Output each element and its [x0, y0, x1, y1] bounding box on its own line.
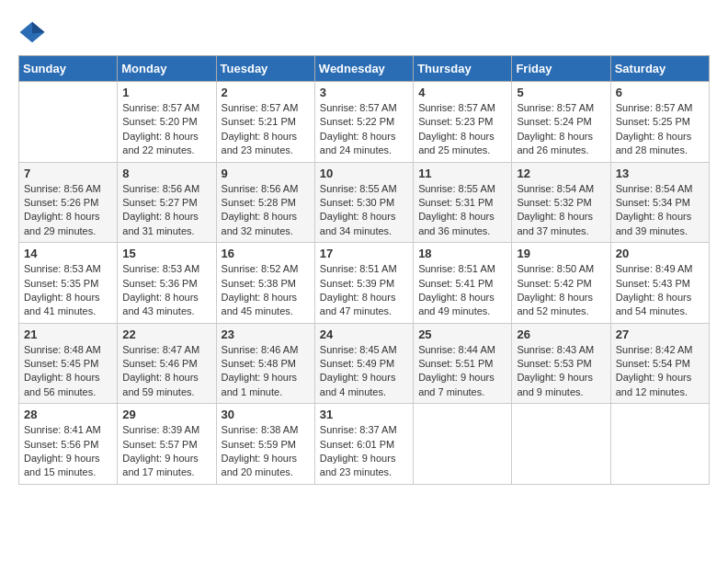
day-cell: 18Sunrise: 8:51 AMSunset: 5:41 PMDayligh…: [414, 243, 512, 324]
day-cell: 25Sunrise: 8:44 AMSunset: 5:51 PMDayligh…: [414, 323, 512, 404]
day-info: Sunrise: 8:47 AMSunset: 5:46 PMDaylight:…: [122, 343, 210, 400]
day-info: Sunrise: 8:52 AMSunset: 5:38 PMDaylight:…: [222, 262, 310, 319]
day-cell: 16Sunrise: 8:52 AMSunset: 5:38 PMDayligh…: [216, 243, 314, 324]
day-cell: 30Sunrise: 8:38 AMSunset: 5:59 PMDayligh…: [216, 404, 314, 485]
day-number: 14: [24, 247, 112, 260]
day-number: 20: [616, 247, 704, 260]
day-number: 16: [222, 247, 310, 260]
day-info: Sunrise: 8:48 AMSunset: 5:45 PMDaylight:…: [24, 343, 112, 400]
day-number: 25: [418, 327, 506, 341]
day-info: Sunrise: 8:46 AMSunset: 5:48 PMDaylight:…: [222, 343, 310, 400]
day-info: Sunrise: 8:57 AMSunset: 5:22 PMDaylight:…: [320, 101, 408, 158]
day-cell: 13Sunrise: 8:54 AMSunset: 5:34 PMDayligh…: [610, 162, 709, 243]
day-cell: 9Sunrise: 8:56 AMSunset: 5:28 PMDaylight…: [216, 162, 314, 243]
day-info: Sunrise: 8:53 AMSunset: 5:35 PMDaylight:…: [24, 262, 112, 319]
day-number: 1: [122, 86, 210, 99]
day-info: Sunrise: 8:42 AMSunset: 5:54 PMDaylight:…: [616, 343, 704, 400]
weekday-header-sunday: Sunday: [19, 56, 118, 82]
weekday-header-tuesday: Tuesday: [216, 56, 314, 82]
day-cell: 29Sunrise: 8:39 AMSunset: 5:57 PMDayligh…: [118, 404, 216, 485]
day-number: 31: [320, 408, 408, 421]
day-info: Sunrise: 8:54 AMSunset: 5:34 PMDaylight:…: [616, 182, 704, 239]
day-number: 9: [222, 167, 310, 180]
day-number: 5: [517, 86, 605, 99]
day-cell: 2Sunrise: 8:57 AMSunset: 5:21 PMDaylight…: [216, 82, 314, 163]
week-row-5: 28Sunrise: 8:41 AMSunset: 5:56 PMDayligh…: [19, 404, 710, 485]
day-cell: 5Sunrise: 8:57 AMSunset: 5:24 PMDaylight…: [512, 82, 610, 163]
day-cell: 1Sunrise: 8:57 AMSunset: 5:20 PMDaylight…: [118, 82, 216, 163]
day-cell: 4Sunrise: 8:57 AMSunset: 5:23 PMDaylight…: [414, 82, 512, 163]
day-number: 23: [222, 327, 310, 341]
day-cell: 26Sunrise: 8:43 AMSunset: 5:53 PMDayligh…: [512, 323, 610, 404]
day-cell: 12Sunrise: 8:54 AMSunset: 5:32 PMDayligh…: [512, 162, 610, 243]
day-info: Sunrise: 8:50 AMSunset: 5:42 PMDaylight:…: [517, 262, 605, 319]
day-cell: [512, 404, 610, 485]
day-info: Sunrise: 8:55 AMSunset: 5:30 PMDaylight:…: [320, 182, 408, 239]
day-number: 10: [320, 167, 408, 180]
logo: [18, 18, 50, 46]
day-info: Sunrise: 8:57 AMSunset: 5:24 PMDaylight:…: [517, 101, 605, 158]
day-cell: 22Sunrise: 8:47 AMSunset: 5:46 PMDayligh…: [118, 323, 216, 404]
day-number: 28: [24, 408, 112, 421]
day-cell: 28Sunrise: 8:41 AMSunset: 5:56 PMDayligh…: [19, 404, 118, 485]
day-cell: 3Sunrise: 8:57 AMSunset: 5:22 PMDaylight…: [314, 82, 413, 163]
day-cell: 19Sunrise: 8:50 AMSunset: 5:42 PMDayligh…: [512, 243, 610, 324]
day-info: Sunrise: 8:39 AMSunset: 5:57 PMDaylight:…: [122, 423, 210, 480]
day-info: Sunrise: 8:57 AMSunset: 5:23 PMDaylight:…: [418, 101, 506, 158]
day-cell: 20Sunrise: 8:49 AMSunset: 5:43 PMDayligh…: [610, 243, 709, 324]
day-number: 2: [222, 86, 310, 99]
day-cell: 7Sunrise: 8:56 AMSunset: 5:26 PMDaylight…: [19, 162, 118, 243]
day-number: 21: [24, 327, 112, 341]
day-info: Sunrise: 8:57 AMSunset: 5:20 PMDaylight:…: [122, 101, 210, 158]
day-cell: [414, 404, 512, 485]
day-cell: 15Sunrise: 8:53 AMSunset: 5:36 PMDayligh…: [118, 243, 216, 324]
day-number: 3: [320, 86, 408, 99]
day-info: Sunrise: 8:56 AMSunset: 5:26 PMDaylight:…: [24, 182, 112, 239]
day-number: 13: [616, 167, 704, 180]
logo-icon: [18, 18, 46, 46]
day-number: 7: [24, 167, 112, 180]
day-info: Sunrise: 8:57 AMSunset: 5:21 PMDaylight:…: [222, 101, 310, 158]
day-info: Sunrise: 8:57 AMSunset: 5:25 PMDaylight:…: [616, 101, 704, 158]
day-info: Sunrise: 8:56 AMSunset: 5:27 PMDaylight:…: [122, 182, 210, 239]
day-number: 29: [122, 408, 210, 421]
weekday-header-friday: Friday: [512, 56, 610, 82]
day-info: Sunrise: 8:54 AMSunset: 5:32 PMDaylight:…: [517, 182, 605, 239]
weekday-header-thursday: Thursday: [414, 56, 512, 82]
week-row-4: 21Sunrise: 8:48 AMSunset: 5:45 PMDayligh…: [19, 323, 710, 404]
day-cell: 17Sunrise: 8:51 AMSunset: 5:39 PMDayligh…: [314, 243, 413, 324]
day-info: Sunrise: 8:49 AMSunset: 5:43 PMDaylight:…: [616, 262, 704, 319]
day-info: Sunrise: 8:53 AMSunset: 5:36 PMDaylight:…: [122, 262, 210, 319]
day-info: Sunrise: 8:56 AMSunset: 5:28 PMDaylight:…: [222, 182, 310, 239]
day-info: Sunrise: 8:51 AMSunset: 5:41 PMDaylight:…: [418, 262, 506, 319]
day-number: 6: [616, 86, 704, 99]
day-info: Sunrise: 8:37 AMSunset: 6:01 PMDaylight:…: [320, 423, 408, 480]
weekday-header-monday: Monday: [118, 56, 216, 82]
day-cell: 21Sunrise: 8:48 AMSunset: 5:45 PMDayligh…: [19, 323, 118, 404]
day-cell: 23Sunrise: 8:46 AMSunset: 5:48 PMDayligh…: [216, 323, 314, 404]
day-cell: 24Sunrise: 8:45 AMSunset: 5:49 PMDayligh…: [314, 323, 413, 404]
day-cell: 14Sunrise: 8:53 AMSunset: 5:35 PMDayligh…: [19, 243, 118, 324]
day-number: 11: [418, 167, 506, 180]
day-info: Sunrise: 8:41 AMSunset: 5:56 PMDaylight:…: [24, 423, 112, 480]
day-cell: [19, 82, 118, 163]
day-cell: 8Sunrise: 8:56 AMSunset: 5:27 PMDaylight…: [118, 162, 216, 243]
day-number: 27: [616, 327, 704, 341]
day-number: 22: [122, 327, 210, 341]
day-number: 12: [517, 167, 605, 180]
week-row-1: 1Sunrise: 8:57 AMSunset: 5:20 PMDaylight…: [19, 82, 710, 163]
day-number: 19: [517, 247, 605, 260]
day-info: Sunrise: 8:55 AMSunset: 5:31 PMDaylight:…: [418, 182, 506, 239]
day-number: 17: [320, 247, 408, 260]
day-number: 15: [122, 247, 210, 260]
day-number: 18: [418, 247, 506, 260]
day-info: Sunrise: 8:45 AMSunset: 5:49 PMDaylight:…: [320, 343, 408, 400]
day-info: Sunrise: 8:43 AMSunset: 5:53 PMDaylight:…: [517, 343, 605, 400]
day-info: Sunrise: 8:51 AMSunset: 5:39 PMDaylight:…: [320, 262, 408, 319]
weekday-header-wednesday: Wednesday: [314, 56, 413, 82]
day-number: 8: [122, 167, 210, 180]
day-number: 4: [418, 86, 506, 99]
day-number: 24: [320, 327, 408, 341]
day-cell: 6Sunrise: 8:57 AMSunset: 5:25 PMDaylight…: [610, 82, 709, 163]
day-cell: 31Sunrise: 8:37 AMSunset: 6:01 PMDayligh…: [314, 404, 413, 485]
